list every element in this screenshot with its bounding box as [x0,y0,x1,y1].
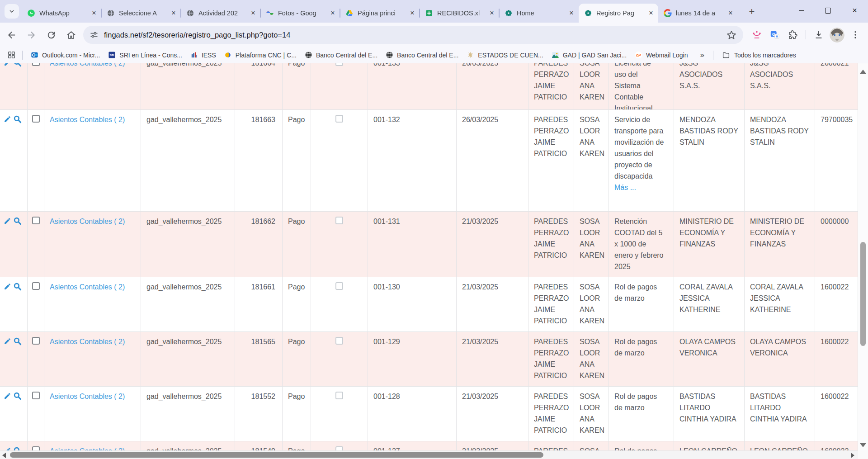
flag-checkbox[interactable] [335,337,343,345]
downloads-button[interactable] [811,27,827,43]
home-button[interactable] [62,26,80,43]
edit-pencil-icon[interactable] [4,337,11,348]
view-magnifier-icon[interactable] [13,446,22,450]
vertical-scrollbar[interactable] [858,63,868,459]
bookmark-star-icon[interactable] [726,29,737,40]
table-row: Asientos Contables ( 2)gad_vallehermos_2… [0,212,858,277]
scroll-down-arrow[interactable] [860,443,866,447]
flag-checkbox[interactable] [335,217,343,224]
bookmark-item-6[interactable]: Banco Central del E... [382,49,462,61]
row-checkbox[interactable] [32,63,40,66]
scroll-right-arrow[interactable] [851,453,854,458]
asientos-contables-link[interactable]: Asientos Contables ( 2) [50,283,125,291]
view-magnifier-icon[interactable] [13,63,22,70]
edit-pencil-icon[interactable] [4,217,11,228]
tab-close-icon[interactable]: × [646,9,656,18]
reload-button[interactable] [42,26,60,43]
browser-tab-2[interactable]: Seleccione A× [101,4,181,23]
asientos-contables-link[interactable]: Asientos Contables ( 2) [50,116,125,123]
extensions-button[interactable] [785,27,801,43]
horizontal-scrollbar-thumb[interactable] [10,452,543,458]
asientos-contables-link[interactable]: Asientos Contables ( 2) [50,338,125,345]
scroll-left-arrow[interactable] [2,453,6,458]
tab-close-icon[interactable]: × [169,9,178,18]
flag-checkbox[interactable] [335,63,343,66]
view-magnifier-icon[interactable] [13,217,22,228]
bookmark-item-4[interactable]: Plataforma CNC | C... [221,49,300,61]
flag-checkbox[interactable] [335,115,343,123]
flag-checkbox[interactable] [335,392,343,399]
asientos-contables-link[interactable]: Asientos Contables ( 2) [50,393,125,400]
row-checkbox[interactable] [32,115,40,123]
bookmark-item-5[interactable]: Banco Central del E... [302,49,381,61]
edit-pencil-icon[interactable] [4,446,11,450]
row-checkbox[interactable] [32,446,40,450]
maximize-icon [825,8,831,14]
edit-pencil-icon[interactable] [4,63,11,70]
url-text[interactable]: fingads.net/sf2/tesoreria/registro_pago_… [104,31,722,39]
outlook-icon [31,51,38,59]
forward-button[interactable] [23,26,40,43]
all-bookmarks-button[interactable]: Todos los marcadores [722,51,796,59]
vertical-scrollbar-thumb[interactable] [860,242,866,346]
edit-pencil-icon[interactable] [4,115,11,126]
bookmark-item-3[interactable]: IESS [187,49,219,61]
more-link[interactable]: Más ... [614,184,636,191]
browser-tab-5[interactable]: Página princi× [340,4,420,23]
tab-close-icon[interactable]: × [487,9,496,18]
asientos-cell: Asientos Contables ( 2) [44,332,141,387]
asientos-contables-link[interactable]: Asientos Contables ( 2) [50,447,125,450]
tab-close-icon[interactable]: × [90,9,99,18]
tab-search-button[interactable] [5,4,19,19]
asientos-cell: Asientos Contables ( 2) [44,63,141,110]
edit-pencil-icon[interactable] [4,282,11,293]
asientos-contables-link[interactable]: Asientos Contables ( 2) [50,218,125,225]
view-magnifier-icon[interactable] [13,282,22,294]
tab-close-icon[interactable]: × [328,9,337,18]
browser-tab-8[interactable]: Registro Pag× [579,4,658,23]
minimize-button[interactable] [788,0,815,21]
back-button[interactable] [3,26,20,43]
row-checkbox[interactable] [32,337,40,345]
browser-tab-3[interactable]: Actividad 202× [181,4,260,23]
address-bar[interactable]: fingads.net/sf2/tesoreria/registro_pago_… [83,26,743,44]
row-checkbox[interactable] [32,282,40,290]
bookmark-item-2[interactable]: SRISRI en Línea - Cons... [105,49,185,61]
tab-close-icon[interactable]: × [249,9,258,18]
edit-pencil-icon[interactable] [4,392,11,403]
browser-menu-button[interactable] [847,27,863,43]
bookmarks-overflow-chevron[interactable]: » [695,51,708,60]
tab-close-icon[interactable]: × [408,9,417,18]
browser-tab-1[interactable]: WhatsApp× [22,4,101,23]
bookmark-item-9[interactable]: cPWebmail Login [632,49,691,61]
flag-checkbox[interactable] [335,446,343,450]
browser-tab-6[interactable]: RECIBIDOS.xl× [420,4,499,23]
view-magnifier-icon[interactable] [13,115,22,127]
asientos-contables-link[interactable]: Asientos Contables ( 2) [50,63,125,67]
entry-number-cell: 181663 [235,110,283,212]
profile-avatar[interactable] [830,28,844,43]
row-checkbox[interactable] [32,392,40,399]
extension-pink-button[interactable] [749,27,765,43]
new-tab-button[interactable]: + [745,5,759,19]
scroll-up-arrow[interactable] [860,70,866,74]
apps-grid-button[interactable] [5,49,18,62]
tab-close-icon[interactable]: × [726,9,735,18]
browser-tab-7[interactable]: Home× [499,4,579,23]
view-magnifier-icon[interactable] [13,392,22,403]
table-row: Asientos Contables ( 2)gad_vallehermos_2… [0,63,858,110]
bookmark-item-1[interactable]: Outlook.com - Micr... [28,49,103,61]
flag-checkbox[interactable] [335,282,343,290]
browser-tab-9[interactable]: lunes 14 de a× [658,4,738,23]
site-info-icon[interactable] [90,30,99,39]
translate-button[interactable]: GA [767,27,783,43]
bookmark-item-7[interactable]: ESTADOS DE CUEN... [463,49,546,61]
horizontal-scrollbar[interactable] [0,450,858,459]
bookmark-item-8[interactable]: GAD | GAD San Jaci... [548,49,630,61]
browser-tab-4[interactable]: Fotos - Goog× [260,4,340,23]
tab-close-icon[interactable]: × [567,9,576,18]
maximize-button[interactable] [815,0,841,21]
row-checkbox[interactable] [32,217,40,224]
view-magnifier-icon[interactable] [13,337,22,349]
close-window-button[interactable]: × [841,0,868,21]
